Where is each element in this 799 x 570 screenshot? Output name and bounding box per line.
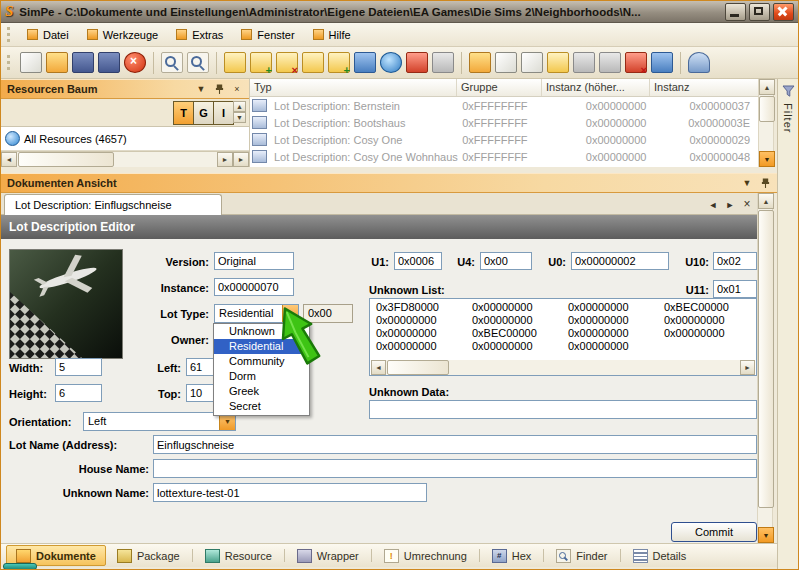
close-file-icon[interactable] [625, 52, 647, 73]
lot-icon [252, 116, 267, 129]
scroll-thumb[interactable] [759, 96, 775, 122]
bottom-tab-wrapper[interactable]: Wrapper [288, 546, 368, 565]
paste-icon[interactable] [547, 52, 569, 73]
instance-field[interactable] [214, 278, 294, 296]
cut-icon[interactable] [599, 52, 621, 73]
u0-field[interactable] [571, 252, 669, 270]
close-icon[interactable]: × [230, 83, 244, 96]
scroll-left-icon[interactable]: ◄ [371, 360, 386, 375]
table-row[interactable]: Lot Description: Cosy One 0xFFFFFFFF 0x0… [250, 131, 758, 148]
bottom-tab-umrechnung[interactable]: Umrechnung [375, 546, 476, 565]
commit-button[interactable]: Commit [671, 522, 757, 542]
chevron-down-icon[interactable]: ▼ [194, 83, 208, 96]
scroll-corner-icon[interactable]: ► [233, 152, 249, 167]
scroll-thumb[interactable] [18, 152, 114, 167]
export-icon[interactable] [224, 52, 246, 73]
menu-item-werkzeuge[interactable]: Werkzeuge [78, 25, 167, 45]
spinner-up-button[interactable]: ▲ [233, 101, 246, 112]
unknown-data-field[interactable] [369, 400, 757, 419]
filter-instance-button[interactable]: I [213, 101, 234, 125]
bottom-tab-package[interactable]: Package [108, 546, 189, 565]
cancel-icon[interactable] [124, 52, 146, 73]
unknown-list-box[interactable]: 0x3FD80000 0x00000000 0x00000000 0xBEC00… [369, 298, 757, 376]
remove-icon[interactable] [406, 52, 428, 73]
tab-close-icon[interactable]: × [739, 196, 755, 212]
menu-item-datei[interactable]: Datei [18, 25, 78, 45]
table-row[interactable]: Lot Description: Bootshaus 0xFFFFFFFF 0x… [250, 114, 758, 131]
scroll-up-icon[interactable]: ▲ [758, 193, 774, 209]
find-icon[interactable] [161, 52, 183, 73]
scroll-down-icon[interactable]: ▼ [758, 527, 774, 543]
unknown-name-field[interactable] [153, 483, 427, 502]
bottom-tab-details[interactable]: Details [624, 546, 696, 565]
u10-field[interactable] [713, 252, 757, 270]
scroll-right-icon[interactable]: ► [740, 360, 755, 375]
scroll-thumb[interactable] [387, 360, 449, 375]
open-package-icon[interactable] [46, 52, 68, 73]
menu-item-extras[interactable]: Extras [167, 25, 232, 45]
clone-icon[interactable] [302, 52, 324, 73]
pin-icon[interactable] [212, 83, 226, 96]
tab-scroll-left-icon[interactable]: ◄ [705, 197, 721, 212]
dropdown-option-dorm[interactable]: Dorm [214, 369, 309, 384]
column-header-instanz-hoch[interactable]: Instanz (höher... [542, 79, 650, 96]
bottom-tab-finder[interactable]: Finder [547, 546, 616, 565]
tree-item-all-resources[interactable]: All Resources (4657) [1, 127, 249, 150]
menu-item-hilfe[interactable]: Hilfe [304, 25, 360, 45]
menu-item-fenster[interactable]: Fenster [232, 25, 303, 45]
spinner-down-button[interactable]: ▼ [233, 112, 246, 123]
list-horizontal-scrollbar[interactable]: ◄ ► [371, 360, 755, 375]
copy-icon[interactable] [521, 52, 543, 73]
close-button[interactable] [773, 3, 794, 21]
scroll-down-icon[interactable]: ▼ [759, 151, 775, 167]
column-header-gruppe[interactable]: Gruppe [457, 79, 542, 96]
height-field[interactable] [55, 384, 102, 402]
scroll-left-icon[interactable]: ◄ [1, 152, 17, 167]
house-name-field[interactable] [153, 459, 757, 478]
add-resource-icon[interactable] [328, 52, 350, 73]
scroll-thumb[interactable] [758, 210, 774, 508]
minimize-button[interactable] [725, 3, 746, 21]
column-header-instanz[interactable]: Instanz [650, 79, 758, 96]
history-icon[interactable] [651, 52, 673, 73]
lot-name-field[interactable] [153, 435, 757, 454]
list-vertical-scrollbar[interactable]: ▲ ▼ [758, 79, 774, 167]
maximize-button[interactable] [749, 3, 770, 21]
blank-file-icon[interactable] [495, 52, 517, 73]
scroll-right-icon[interactable]: ► [217, 152, 233, 167]
clear-icon[interactable] [432, 52, 454, 73]
chevron-down-icon[interactable]: ▼ [740, 177, 754, 190]
save-as-icon[interactable] [98, 52, 120, 73]
sync-icon[interactable] [354, 52, 376, 73]
find-settings-icon[interactable] [187, 52, 209, 73]
u4-field[interactable] [480, 252, 532, 270]
filter-type-button[interactable]: T [173, 101, 194, 125]
new-document-icon[interactable] [20, 52, 42, 73]
save-icon[interactable] [72, 52, 94, 73]
user-icon[interactable] [688, 52, 710, 73]
web-icon[interactable] [380, 52, 402, 73]
u1-field[interactable] [394, 252, 442, 270]
pin-icon[interactable] [758, 177, 772, 190]
bottom-tab-hex[interactable]: Hex [483, 546, 541, 565]
bottom-tab-resource[interactable]: Resource [196, 546, 281, 565]
filter-group-button[interactable]: G [193, 101, 214, 125]
column-header-typ[interactable]: Typ [250, 79, 457, 96]
package-icon[interactable] [469, 52, 491, 73]
dropdown-option-greek[interactable]: Greek [214, 384, 309, 399]
document-vertical-scrollbar[interactable]: ▲ ▼ [757, 193, 773, 543]
tools-icon[interactable] [573, 52, 595, 73]
width-field[interactable] [55, 358, 102, 376]
u11-field[interactable] [713, 280, 757, 298]
table-row[interactable]: Lot Description: Bernstein 0xFFFFFFFF 0x… [250, 97, 758, 114]
import-icon[interactable] [250, 52, 272, 73]
tab-lot-description[interactable]: Lot Description: Einflugschneise [4, 194, 222, 215]
scroll-up-icon[interactable]: ▲ [759, 79, 775, 95]
table-row[interactable]: Lot Description: Cosy One Wohnhaus 0xFFF… [250, 148, 758, 165]
tab-scroll-right-icon[interactable]: ► [722, 197, 738, 212]
version-field[interactable] [214, 252, 294, 270]
filter-panel-tab[interactable]: Filter [777, 79, 798, 570]
delete-resource-icon[interactable] [276, 52, 298, 73]
tree-horizontal-scrollbar[interactable]: ◄ ► ► [1, 151, 249, 167]
dropdown-option-secret[interactable]: Secret [214, 399, 309, 414]
